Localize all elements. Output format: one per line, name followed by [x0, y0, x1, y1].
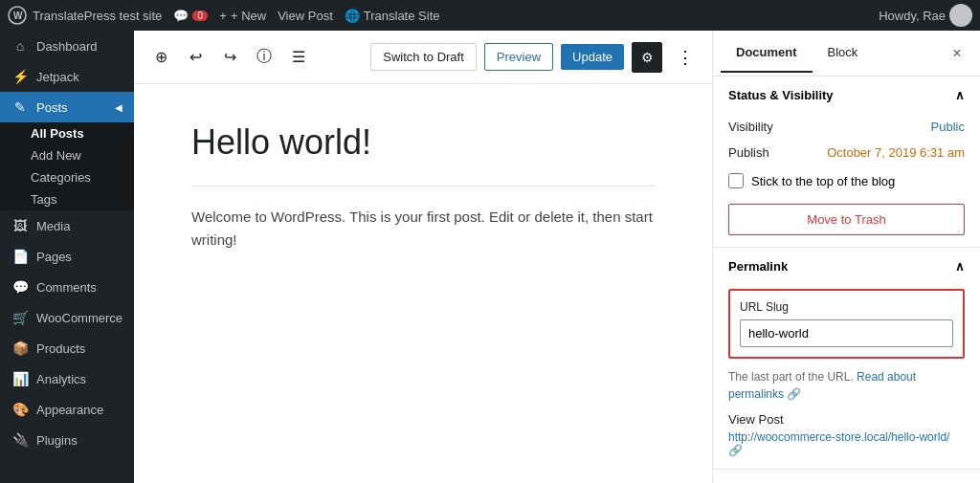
toolbar-left: ⊕ ↩ ↪ ⓘ ☰	[145, 42, 367, 73]
more-options-button[interactable]: ⋮	[670, 42, 701, 73]
sidebar-item-pages[interactable]: 📄 Pages	[0, 241, 134, 272]
panel-close-button[interactable]: ×	[942, 38, 972, 69]
sidebar-item-analytics[interactable]: 📊 Analytics	[0, 363, 134, 394]
sidebar-item-posts[interactable]: ✎ Posts ◀	[0, 92, 134, 122]
sticky-checkbox[interactable]	[728, 173, 744, 188]
admin-bar-left: W TranslatePress test site 💬 0 + + New V…	[8, 6, 863, 25]
howdy-user[interactable]: Howdy, Rae	[879, 4, 972, 27]
translate-site-label: Translate Site	[364, 9, 440, 23]
status-visibility-collapse-icon: ∧	[955, 88, 965, 102]
sidebar-sub-categories[interactable]: Categories	[0, 166, 134, 188]
external-link-icon: 🔗	[787, 387, 801, 401]
editor-content: Hello world! Welcome to WordPress. This …	[134, 84, 712, 483]
new-label: + New	[231, 9, 266, 23]
toolbar-right: Switch to Draft Preview Update ⚙ ⋮	[370, 42, 701, 73]
sidebar-label-pages: Pages	[36, 250, 72, 264]
plugins-icon: 🔌	[11, 432, 29, 448]
preview-button[interactable]: Preview	[484, 43, 553, 71]
permalink-title: Permalink	[728, 259, 788, 274]
main-layout: ⌂ Dashboard ⚡ Jetpack ✎ Posts ◀ All Post…	[0, 31, 980, 483]
sticky-label: Stick to the top of the blog	[751, 174, 895, 188]
publish-value[interactable]: October 7, 2019 6:31 am	[827, 145, 965, 160]
sidebar-item-woocommerce[interactable]: 🛒 WooCommerce	[0, 302, 134, 333]
tab-block[interactable]: Block	[813, 33, 874, 73]
visibility-label: Visibility	[728, 120, 773, 134]
sidebar-item-media[interactable]: 🖼 Media	[0, 210, 134, 241]
content-area: ⊕ ↩ ↪ ⓘ ☰ Switch to Draft Preview Update…	[134, 31, 712, 483]
site-name[interactable]: W TranslatePress test site	[8, 6, 162, 25]
sidebar-item-appearance[interactable]: 🎨 Appearance	[0, 394, 134, 425]
list-view-button[interactable]: ☰	[283, 42, 314, 73]
status-visibility-title: Status & Visibility	[728, 88, 834, 102]
sidebar-item-comments[interactable]: 💬 Comments	[0, 272, 134, 302]
comment-count: 0	[192, 11, 208, 21]
sidebar-item-jetpack[interactable]: ⚡ Jetpack	[0, 61, 134, 92]
sidebar-label-jetpack: Jetpack	[36, 70, 79, 84]
sidebar-label-analytics: Analytics	[36, 372, 86, 386]
update-button[interactable]: Update	[561, 44, 624, 70]
settings-button[interactable]: ⚙	[632, 42, 662, 73]
sidebar-item-plugins[interactable]: 🔌 Plugins	[0, 425, 134, 455]
sidebar-label-posts: Posts	[36, 100, 68, 115]
sticky-checkbox-row: Stick to the top of the blog	[728, 165, 965, 196]
wp-logo-icon: W	[8, 6, 27, 25]
appearance-icon: 🎨	[11, 402, 29, 417]
svg-text:W: W	[13, 11, 23, 21]
url-slug-label: URL Slug	[740, 300, 953, 314]
sidebar-item-dashboard[interactable]: ⌂ Dashboard	[0, 31, 134, 61]
sidebar-label-products: Products	[36, 341, 85, 356]
admin-bar-right: Howdy, Rae	[879, 4, 972, 27]
status-visibility-content: Visibility Public Publish October 7, 201…	[713, 114, 980, 247]
visibility-row: Visibility Public	[728, 114, 965, 140]
switch-draft-button[interactable]: Switch to Draft	[370, 43, 477, 71]
posts-icon: ✎	[11, 99, 29, 115]
translate-site-link[interactable]: 🌐 Translate Site	[345, 9, 440, 23]
view-post-external-icon: 🔗	[728, 444, 743, 457]
translate-icon: 🌐	[345, 9, 360, 23]
post-body[interactable]: Welcome to WordPress. This is your first…	[191, 186, 655, 252]
permalink-header[interactable]: Permalink ∧	[713, 248, 980, 285]
sidebar-item-products[interactable]: 📦 Products	[0, 333, 134, 363]
analytics-icon: 📊	[11, 371, 29, 386]
posts-submenu: All Posts Add New Categories Tags	[0, 122, 134, 210]
publish-row: Publish October 7, 2019 6:31 am	[728, 140, 965, 165]
permalink-content: URL Slug The last part of the URL. Read …	[713, 289, 980, 469]
sidebar-sub-add-new[interactable]: Add New	[0, 144, 134, 166]
posts-arrow-icon: ◀	[115, 102, 122, 113]
move-trash-button[interactable]: Move to Trash	[728, 204, 965, 235]
permalink-box: URL Slug	[728, 289, 965, 359]
visibility-value[interactable]: Public	[931, 120, 965, 134]
view-post-url: http://woocommerce-store.local/hello-wor…	[728, 430, 965, 457]
view-post-link[interactable]: View Post	[278, 9, 333, 23]
woocommerce-icon: 🛒	[11, 310, 29, 325]
right-panel: Document Block × Status & Visibility ∧ V…	[712, 31, 980, 483]
view-post-link[interactable]: http://woocommerce-store.local/hello-wor…	[728, 430, 949, 444]
tab-document[interactable]: Document	[721, 33, 813, 73]
permalink-collapse-icon: ∧	[955, 259, 965, 274]
add-block-button[interactable]: ⊕	[145, 42, 176, 73]
plus-icon: +	[219, 9, 227, 23]
post-title[interactable]: Hello world!	[191, 122, 655, 163]
new-post-button[interactable]: + + New	[219, 9, 266, 23]
comments-link[interactable]: 💬 0	[173, 9, 208, 23]
sidebar-label-dashboard: Dashboard	[36, 39, 98, 54]
avatar	[949, 4, 972, 27]
status-visibility-header[interactable]: Status & Visibility ∧	[713, 77, 980, 114]
redo-button[interactable]: ↪	[214, 42, 245, 73]
details-button[interactable]: ⓘ	[249, 42, 279, 73]
sidebar: ⌂ Dashboard ⚡ Jetpack ✎ Posts ◀ All Post…	[0, 31, 134, 483]
publish-label: Publish	[728, 145, 769, 160]
sidebar-label-appearance: Appearance	[36, 403, 103, 417]
sidebar-sub-tags[interactable]: Tags	[0, 188, 134, 210]
view-post-label: View Post	[728, 408, 965, 430]
undo-button[interactable]: ↩	[180, 42, 211, 73]
status-visibility-section: Status & Visibility ∧ Visibility Public …	[713, 77, 980, 248]
dashboard-icon: ⌂	[11, 38, 29, 54]
permalink-info-text: The last part of the URL.	[728, 370, 854, 384]
permalink-info: The last part of the URL. Read about per…	[728, 362, 965, 408]
site-name-text: TranslatePress test site	[33, 9, 162, 23]
url-slug-input[interactable]	[740, 319, 953, 347]
comment-icon: 💬	[173, 9, 189, 23]
sidebar-sub-all-posts[interactable]: All Posts	[0, 122, 134, 144]
panel-tabs: Document Block ×	[713, 31, 980, 77]
